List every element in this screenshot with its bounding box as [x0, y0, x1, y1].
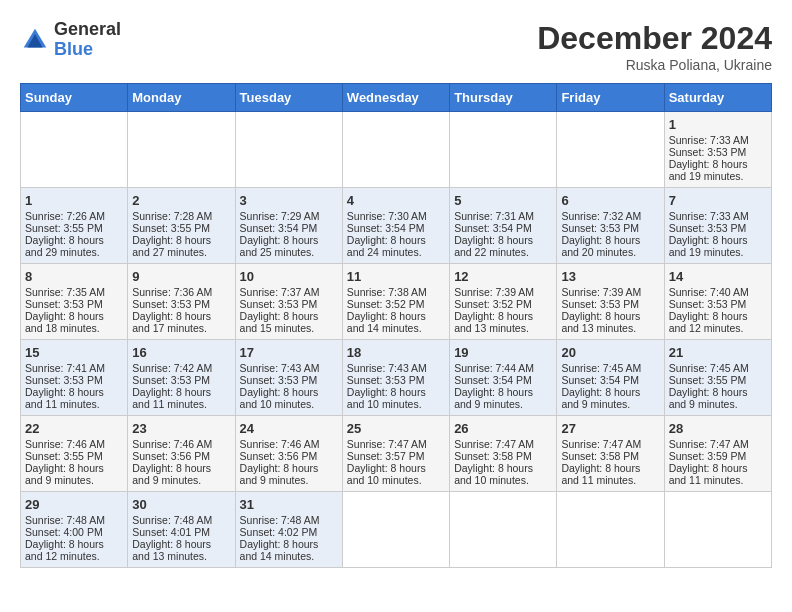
sunset-text: Sunset: 3:55 PM [25, 222, 103, 234]
sunrise-text: Sunrise: 7:38 AM [347, 286, 427, 298]
week-row-2: 1Sunrise: 7:26 AMSunset: 3:55 PMDaylight… [21, 188, 772, 264]
sunset-text: Sunset: 3:58 PM [454, 450, 532, 462]
month-title: December 2024 [537, 20, 772, 57]
day-number: 28 [669, 421, 767, 436]
day-number: 19 [454, 345, 552, 360]
calendar-cell [557, 492, 664, 568]
daylight-text: Daylight: 8 hours and 13 minutes. [454, 310, 533, 334]
daylight-text: Daylight: 8 hours and 13 minutes. [561, 310, 640, 334]
calendar-cell: 7Sunrise: 7:33 AMSunset: 3:53 PMDaylight… [664, 188, 771, 264]
daylight-text: Daylight: 8 hours and 9 minutes. [240, 462, 319, 486]
day-number: 2 [132, 193, 230, 208]
daylight-text: Daylight: 8 hours and 12 minutes. [669, 310, 748, 334]
daylight-text: Daylight: 8 hours and 25 minutes. [240, 234, 319, 258]
week-row-6: 29Sunrise: 7:48 AMSunset: 4:00 PMDayligh… [21, 492, 772, 568]
sunrise-text: Sunrise: 7:43 AM [347, 362, 427, 374]
sunrise-text: Sunrise: 7:47 AM [669, 438, 749, 450]
sunrise-text: Sunrise: 7:48 AM [25, 514, 105, 526]
sunset-text: Sunset: 3:52 PM [347, 298, 425, 310]
daylight-text: Daylight: 8 hours and 20 minutes. [561, 234, 640, 258]
day-number: 16 [132, 345, 230, 360]
daylight-text: Daylight: 8 hours and 11 minutes. [669, 462, 748, 486]
daylight-text: Daylight: 8 hours and 9 minutes. [25, 462, 104, 486]
day-number: 30 [132, 497, 230, 512]
sunrise-text: Sunrise: 7:29 AM [240, 210, 320, 222]
day-header-thursday: Thursday [450, 84, 557, 112]
day-number: 7 [669, 193, 767, 208]
location: Ruska Poliana, Ukraine [537, 57, 772, 73]
day-number: 17 [240, 345, 338, 360]
calendar-cell: 8Sunrise: 7:35 AMSunset: 3:53 PMDaylight… [21, 264, 128, 340]
calendar-cell: 24Sunrise: 7:46 AMSunset: 3:56 PMDayligh… [235, 416, 342, 492]
calendar-cell: 31Sunrise: 7:48 AMSunset: 4:02 PMDayligh… [235, 492, 342, 568]
sunset-text: Sunset: 3:53 PM [669, 298, 747, 310]
sunset-text: Sunset: 3:53 PM [347, 374, 425, 386]
sunset-text: Sunset: 3:53 PM [25, 298, 103, 310]
day-number: 20 [561, 345, 659, 360]
day-number: 31 [240, 497, 338, 512]
day-number: 29 [25, 497, 123, 512]
calendar-cell: 26Sunrise: 7:47 AMSunset: 3:58 PMDayligh… [450, 416, 557, 492]
sunset-text: Sunset: 3:57 PM [347, 450, 425, 462]
sunrise-text: Sunrise: 7:33 AM [669, 134, 749, 146]
sunrise-text: Sunrise: 7:30 AM [347, 210, 427, 222]
sunrise-text: Sunrise: 7:35 AM [25, 286, 105, 298]
sunrise-text: Sunrise: 7:45 AM [669, 362, 749, 374]
sunrise-text: Sunrise: 7:47 AM [561, 438, 641, 450]
calendar-cell: 6Sunrise: 7:32 AMSunset: 3:53 PMDaylight… [557, 188, 664, 264]
calendar-cell: 30Sunrise: 7:48 AMSunset: 4:01 PMDayligh… [128, 492, 235, 568]
daylight-text: Daylight: 8 hours and 22 minutes. [454, 234, 533, 258]
day-header-sunday: Sunday [21, 84, 128, 112]
daylight-text: Daylight: 8 hours and 12 minutes. [25, 538, 104, 562]
header-row: SundayMondayTuesdayWednesdayThursdayFrid… [21, 84, 772, 112]
calendar-cell [128, 112, 235, 188]
day-number: 21 [669, 345, 767, 360]
title-block: December 2024 Ruska Poliana, Ukraine [537, 20, 772, 73]
calendar-cell: 16Sunrise: 7:42 AMSunset: 3:53 PMDayligh… [128, 340, 235, 416]
calendar-cell: 5Sunrise: 7:31 AMSunset: 3:54 PMDaylight… [450, 188, 557, 264]
calendar-cell: 1Sunrise: 7:33 AMSunset: 3:53 PMDaylight… [664, 112, 771, 188]
sunrise-text: Sunrise: 7:33 AM [669, 210, 749, 222]
calendar-cell: 9Sunrise: 7:36 AMSunset: 3:53 PMDaylight… [128, 264, 235, 340]
sunrise-text: Sunrise: 7:31 AM [454, 210, 534, 222]
calendar-cell: 4Sunrise: 7:30 AMSunset: 3:54 PMDaylight… [342, 188, 449, 264]
day-header-wednesday: Wednesday [342, 84, 449, 112]
sunrise-text: Sunrise: 7:28 AM [132, 210, 212, 222]
calendar-cell: 11Sunrise: 7:38 AMSunset: 3:52 PMDayligh… [342, 264, 449, 340]
sunrise-text: Sunrise: 7:48 AM [132, 514, 212, 526]
day-number: 11 [347, 269, 445, 284]
day-number: 23 [132, 421, 230, 436]
sunrise-text: Sunrise: 7:37 AM [240, 286, 320, 298]
sunset-text: Sunset: 3:52 PM [454, 298, 532, 310]
calendar-cell [557, 112, 664, 188]
daylight-text: Daylight: 8 hours and 10 minutes. [454, 462, 533, 486]
daylight-text: Daylight: 8 hours and 9 minutes. [132, 462, 211, 486]
sunset-text: Sunset: 3:54 PM [347, 222, 425, 234]
sunset-text: Sunset: 3:53 PM [25, 374, 103, 386]
sunset-text: Sunset: 3:53 PM [132, 298, 210, 310]
daylight-text: Daylight: 8 hours and 18 minutes. [25, 310, 104, 334]
sunrise-text: Sunrise: 7:43 AM [240, 362, 320, 374]
sunset-text: Sunset: 3:58 PM [561, 450, 639, 462]
sunset-text: Sunset: 3:53 PM [561, 222, 639, 234]
day-number: 25 [347, 421, 445, 436]
sunset-text: Sunset: 3:53 PM [561, 298, 639, 310]
day-number: 8 [25, 269, 123, 284]
sunset-text: Sunset: 4:02 PM [240, 526, 318, 538]
daylight-text: Daylight: 8 hours and 19 minutes. [669, 158, 748, 182]
day-number: 5 [454, 193, 552, 208]
calendar-cell: 25Sunrise: 7:47 AMSunset: 3:57 PMDayligh… [342, 416, 449, 492]
day-header-saturday: Saturday [664, 84, 771, 112]
calendar-cell: 22Sunrise: 7:46 AMSunset: 3:55 PMDayligh… [21, 416, 128, 492]
calendar-cell [21, 112, 128, 188]
day-number: 4 [347, 193, 445, 208]
day-number: 10 [240, 269, 338, 284]
day-number: 3 [240, 193, 338, 208]
sunset-text: Sunset: 3:54 PM [561, 374, 639, 386]
logo-blue: Blue [54, 40, 121, 60]
sunset-text: Sunset: 3:56 PM [132, 450, 210, 462]
sunrise-text: Sunrise: 7:26 AM [25, 210, 105, 222]
calendar-cell: 23Sunrise: 7:46 AMSunset: 3:56 PMDayligh… [128, 416, 235, 492]
daylight-text: Daylight: 8 hours and 14 minutes. [240, 538, 319, 562]
daylight-text: Daylight: 8 hours and 9 minutes. [669, 386, 748, 410]
